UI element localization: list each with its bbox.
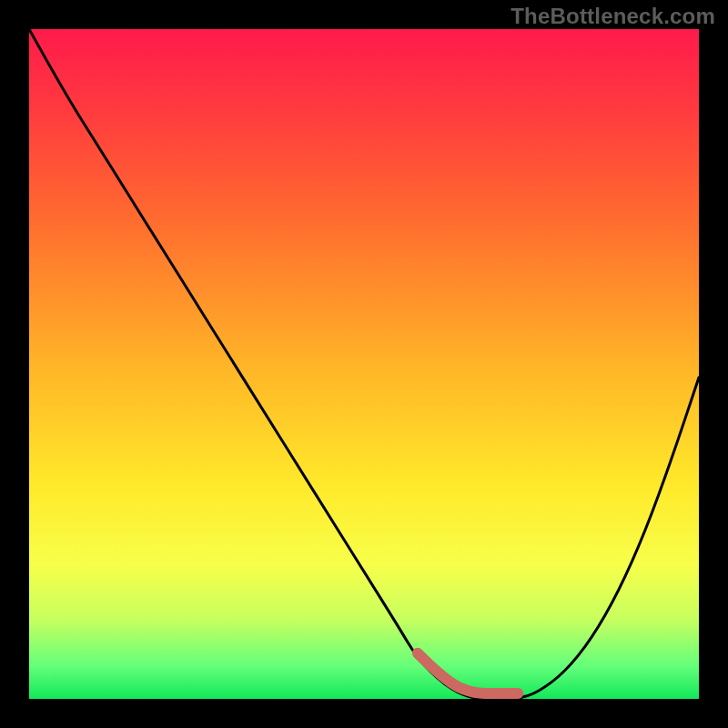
plot-area [29,29,699,699]
bottleneck-curve-path [29,29,699,699]
curve-layer [29,29,699,699]
trough-highlight-path [418,653,518,693]
watermark-text: TheBottleneck.com [511,4,715,29]
chart-frame: TheBottleneck.com [0,0,728,728]
